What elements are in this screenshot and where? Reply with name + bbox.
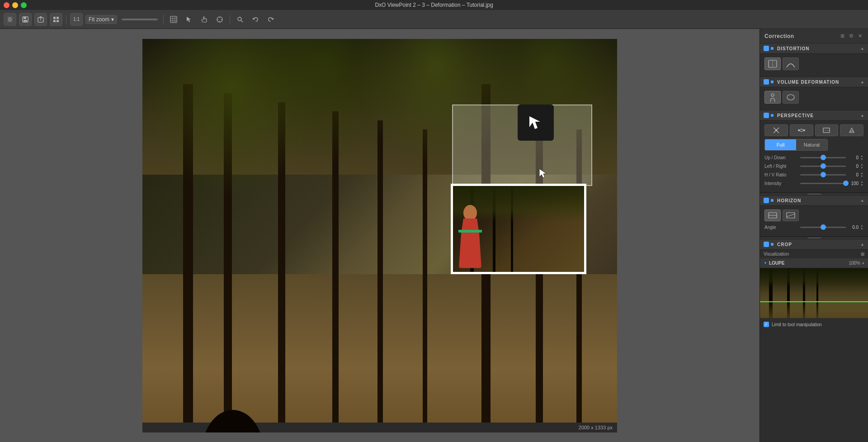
intensity-thumb[interactable] bbox=[843, 181, 849, 186]
toolbar: D 1:1 Fit zoom ▾ bbox=[0, 10, 868, 29]
app-icon-button[interactable]: D bbox=[4, 13, 16, 26]
persp-auto-btn[interactable] bbox=[840, 124, 863, 136]
intensity-arrows[interactable]: ▲▼ bbox=[860, 180, 863, 186]
volume-shape-btn[interactable] bbox=[783, 91, 799, 104]
pointer-tool[interactable] bbox=[183, 13, 195, 26]
close-button[interactable] bbox=[4, 2, 9, 8]
hand-tool[interactable] bbox=[198, 13, 211, 26]
limit-tool-checkbox[interactable] bbox=[764, 322, 769, 327]
maximize-button[interactable] bbox=[21, 2, 27, 8]
loupe-label: LOUPE bbox=[769, 261, 784, 266]
panel-header: Correction ⊞ ⚙ ✕ bbox=[760, 29, 868, 43]
perspective-indicator bbox=[771, 114, 774, 117]
hvratio-slider-row: H / V Ratio 0 ▲▼ bbox=[764, 171, 863, 178]
svg-text:D: D bbox=[8, 17, 11, 22]
grid-button[interactable] bbox=[50, 13, 62, 26]
distortion-body bbox=[760, 54, 868, 77]
angle-label: Angle bbox=[764, 225, 798, 230]
svg-line-44 bbox=[787, 214, 795, 217]
perspective-section-header[interactable]: PERSPECTIVE ▲ bbox=[760, 110, 868, 121]
persp-1point-btn[interactable] bbox=[764, 124, 788, 136]
svg-point-37 bbox=[803, 129, 805, 131]
panel-settings-icon[interactable]: ⚙ bbox=[848, 32, 855, 40]
loupe-triangle: ▼ bbox=[764, 261, 767, 265]
zoom-fit-dropdown[interactable]: Fit zoom ▾ bbox=[85, 15, 117, 24]
loupe-section-header[interactable]: ▼ LOUPE 100% ▾ bbox=[760, 258, 868, 268]
angle-slider-row: Angle 0.0 ▲▼ bbox=[764, 224, 863, 230]
search-button[interactable] bbox=[234, 13, 246, 26]
distortion-auto-btn[interactable] bbox=[764, 57, 781, 70]
panel-close-icon[interactable]: ✕ bbox=[857, 32, 863, 40]
zoom-slider[interactable] bbox=[122, 19, 158, 20]
angle-value: 0.0 bbox=[848, 225, 859, 230]
volume-checkbox[interactable] bbox=[764, 79, 769, 85]
export-button[interactable] bbox=[34, 13, 47, 26]
crop-checkbox[interactable] bbox=[764, 242, 769, 247]
updown-thumb[interactable] bbox=[821, 155, 826, 160]
target-tool[interactable] bbox=[213, 13, 226, 26]
distortion-manual-btn[interactable] bbox=[783, 57, 799, 70]
save-button[interactable] bbox=[19, 13, 32, 26]
leftright-slider-row: Left / Right 0 ▲▼ bbox=[764, 163, 863, 169]
natural-mode-btn[interactable]: Natural bbox=[796, 139, 827, 150]
intensity-slider[interactable] bbox=[800, 183, 846, 184]
canvas-area[interactable]: 2000 x 1333 px bbox=[0, 29, 760, 442]
loupe-dropdown[interactable]: ▾ bbox=[862, 261, 864, 266]
horizon-indicator bbox=[771, 199, 774, 202]
horizon-checkbox[interactable] bbox=[764, 198, 769, 203]
perspective-checkbox[interactable] bbox=[764, 113, 769, 118]
horizon-section-header[interactable]: HORIZON ▲ bbox=[760, 195, 868, 206]
visualization-header: Visualization ⊞ bbox=[760, 250, 868, 258]
minimize-button[interactable] bbox=[12, 2, 18, 8]
crop-section-header[interactable]: CROP ▲ bbox=[760, 239, 868, 250]
horizon-body: Angle 0.0 ▲▼ bbox=[760, 206, 868, 237]
angle-thumb[interactable] bbox=[821, 224, 826, 230]
distortion-section-header[interactable]: DISTORTION ▲ bbox=[760, 43, 868, 54]
svg-line-22 bbox=[241, 20, 243, 22]
photo-background bbox=[142, 39, 617, 432]
horizon-level-btn[interactable] bbox=[764, 209, 781, 221]
window-title: DxO ViewPoint 2 – 3 – Deformation – Tuto… bbox=[375, 2, 493, 8]
intensity-slider-row: Intensity 100 ▲▼ bbox=[764, 180, 863, 186]
image-dimensions: 2000 x 1333 px bbox=[579, 425, 613, 430]
visualization-expand[interactable]: ⊞ bbox=[861, 252, 864, 257]
photo-main: 2000 x 1333 px bbox=[142, 39, 617, 432]
updown-value: 0 bbox=[848, 155, 859, 160]
intensity-label: Intensity bbox=[764, 181, 798, 186]
persp-parallel-btn[interactable] bbox=[815, 124, 839, 136]
svg-rect-8 bbox=[57, 17, 59, 19]
volume-section-header[interactable]: VOLUME DEFORMATION ▲ bbox=[760, 77, 868, 87]
panel-expand-icon[interactable]: ⊞ bbox=[839, 32, 846, 40]
redo-button[interactable] bbox=[264, 13, 277, 26]
hvratio-slider[interactable] bbox=[800, 174, 846, 176]
panel-header-icons: ⊞ ⚙ ✕ bbox=[839, 32, 863, 40]
svg-point-36 bbox=[798, 129, 800, 131]
updown-arrows[interactable]: ▲▼ bbox=[860, 154, 863, 161]
hvratio-arrows[interactable]: ▲▼ bbox=[860, 171, 863, 178]
svg-rect-7 bbox=[53, 17, 56, 19]
grid-overlay-button[interactable] bbox=[167, 13, 180, 26]
horizon-adjust-btn[interactable] bbox=[783, 209, 799, 221]
persp-2point-btn[interactable] bbox=[790, 124, 813, 136]
volume-person-btn[interactable] bbox=[764, 91, 781, 104]
zoom-1-1-button[interactable]: 1:1 bbox=[70, 13, 83, 26]
toolbar-separator-3 bbox=[230, 14, 230, 24]
horizon-label: HORIZON bbox=[777, 198, 859, 203]
distortion-checkbox[interactable] bbox=[764, 46, 769, 51]
svg-rect-4 bbox=[24, 20, 27, 22]
hvratio-thumb[interactable] bbox=[821, 172, 826, 177]
full-mode-btn[interactable]: Full bbox=[765, 139, 796, 150]
toolbar-separator-2 bbox=[163, 14, 164, 24]
svg-rect-10 bbox=[57, 20, 59, 22]
angle-slider[interactable] bbox=[800, 227, 846, 228]
leftright-slider[interactable] bbox=[800, 166, 846, 167]
volume-label: VOLUME DEFORMATION bbox=[777, 80, 859, 85]
undo-button[interactable] bbox=[249, 13, 262, 26]
volume-btn-group bbox=[764, 91, 863, 104]
updown-slider[interactable] bbox=[800, 157, 846, 158]
leftright-thumb[interactable] bbox=[821, 163, 826, 169]
angle-arrows[interactable]: ▲▼ bbox=[860, 224, 863, 230]
tool-cursor-icon bbox=[518, 105, 554, 141]
window-controls bbox=[4, 2, 27, 8]
leftright-arrows[interactable]: ▲▼ bbox=[860, 163, 863, 169]
